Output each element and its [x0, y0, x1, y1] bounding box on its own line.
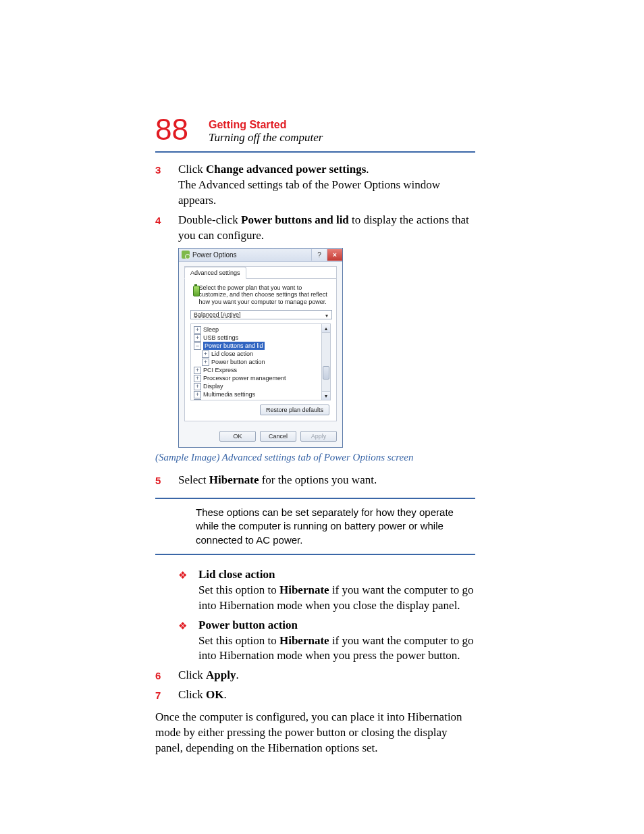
closing-paragraph: Once the computer is configured, you can… [155, 710, 475, 756]
bullet-power-button: ❖ Power button action Set this option to… [178, 618, 475, 664]
window-description: Select the power plan that you want to c… [199, 284, 331, 306]
chevron-down-icon: ▾ [323, 312, 330, 319]
step-bold: Apply [206, 669, 236, 681]
expander-icon[interactable]: + [194, 375, 201, 382]
window-titlebar: Power Options ? × [179, 249, 342, 262]
step-text: for the options you want. [259, 473, 377, 486]
tree-item-processor-power[interactable]: Processor power management [203, 374, 286, 382]
window-app-icon [182, 251, 190, 259]
power-plan-select[interactable]: Balanced [Active] ▾ [190, 310, 332, 319]
tree-item-power-button-action[interactable]: Power button action [211, 358, 265, 366]
cancel-button[interactable]: Cancel [260, 431, 296, 442]
bullet-title: Power button action [198, 618, 475, 633]
step-3: 3 Click Change advanced power settings. … [155, 162, 475, 209]
page-number: 88 [155, 115, 188, 145]
power-plan-value: Balanced [Active] [194, 311, 241, 318]
bullet-text: Set this option to [198, 634, 279, 647]
expander-icon[interactable]: + [202, 359, 209, 366]
step-text: Click [178, 163, 206, 176]
tree-item-lid-close[interactable]: Lid close action [211, 350, 253, 358]
step-text: Click [178, 688, 206, 701]
expander-icon[interactable]: + [194, 383, 201, 390]
page-header: 88 Getting Started Turning off the compu… [155, 115, 475, 145]
close-button[interactable]: × [327, 249, 342, 261]
bullet-title: Lid close action [198, 567, 475, 583]
scroll-down-icon[interactable]: ▾ [322, 391, 330, 400]
scroll-up-icon[interactable]: ▴ [322, 324, 330, 333]
bullet-lid-close: ❖ Lid close action Set this option to Hi… [178, 567, 475, 614]
step-number: 6 [155, 668, 178, 683]
expander-icon[interactable]: + [194, 399, 201, 401]
expander-icon[interactable]: + [194, 391, 201, 398]
step-text: Select [178, 473, 209, 486]
step-number: 3 [155, 162, 178, 209]
step-bold: Hibernate [209, 473, 259, 486]
step-text: . [236, 669, 239, 681]
step-text: Double-click [178, 213, 241, 226]
expander-icon[interactable]: + [202, 350, 209, 358]
step-5: 5 Select Hibernate for the options you w… [155, 473, 475, 488]
apply-button[interactable]: Apply [300, 431, 337, 442]
bullet-text: Set this option to [198, 583, 279, 596]
step-text: . [224, 688, 227, 701]
power-options-window: Power Options ? × Advanced settings Sele… [178, 248, 343, 448]
step-number: 5 [155, 473, 178, 488]
bullet-icon: ❖ [178, 567, 198, 614]
tab-advanced-settings[interactable]: Advanced settings [184, 267, 246, 279]
step-text: . [366, 163, 369, 176]
note-block: These options can be set separately for … [155, 498, 475, 555]
restore-defaults-button[interactable]: Restore plan defaults [260, 405, 329, 415]
tree-item-usb[interactable]: USB settings [203, 334, 238, 342]
bullet-bold: Hibernate [279, 583, 329, 596]
step-6: 6 Click Apply. [155, 668, 475, 683]
step-bold: Change advanced power settings [206, 163, 366, 176]
header-divider [155, 151, 475, 153]
settings-tree[interactable]: +Sleep +USB settings −Power buttons and … [190, 323, 331, 400]
bullet-icon: ❖ [178, 618, 198, 664]
step-7: 7 Click OK. [155, 687, 475, 703]
step-number: 4 [155, 213, 178, 244]
tree-item-battery[interactable]: Battery [203, 398, 223, 400]
tree-item-power-buttons-lid[interactable]: Power buttons and lid [203, 342, 265, 350]
step-bold: Power buttons and lid [241, 213, 349, 226]
step-number: 7 [155, 687, 178, 703]
tree-item-sleep[interactable]: Sleep [203, 325, 219, 334]
tree-item-display[interactable]: Display [203, 382, 223, 390]
tree-item-pci-express[interactable]: PCI Express [203, 366, 237, 374]
image-caption: (Sample Image) Advanced settings tab of … [155, 452, 475, 463]
help-button[interactable]: ? [311, 249, 327, 261]
step-4: 4 Double-click Power buttons and lid to … [155, 213, 475, 244]
expander-icon[interactable]: + [194, 367, 201, 374]
battery-icon [190, 284, 195, 298]
expander-icon[interactable]: + [194, 334, 201, 342]
ok-button[interactable]: OK [219, 431, 256, 442]
step-text: The Advanced settings tab of the Power O… [178, 178, 475, 209]
bullet-bold: Hibernate [279, 634, 329, 647]
tree-scrollbar[interactable]: ▴ ▾ [321, 324, 330, 400]
expander-icon[interactable]: − [194, 342, 201, 350]
window-title: Power Options [192, 251, 311, 259]
step-text: Click [178, 669, 206, 681]
step-bold: OK [206, 688, 223, 701]
scroll-thumb[interactable] [323, 366, 329, 380]
expander-icon[interactable]: + [194, 326, 201, 334]
chapter-title: Getting Started [209, 119, 323, 131]
section-title: Turning off the computer [209, 131, 323, 145]
tree-item-multimedia[interactable]: Multimedia settings [203, 390, 255, 398]
